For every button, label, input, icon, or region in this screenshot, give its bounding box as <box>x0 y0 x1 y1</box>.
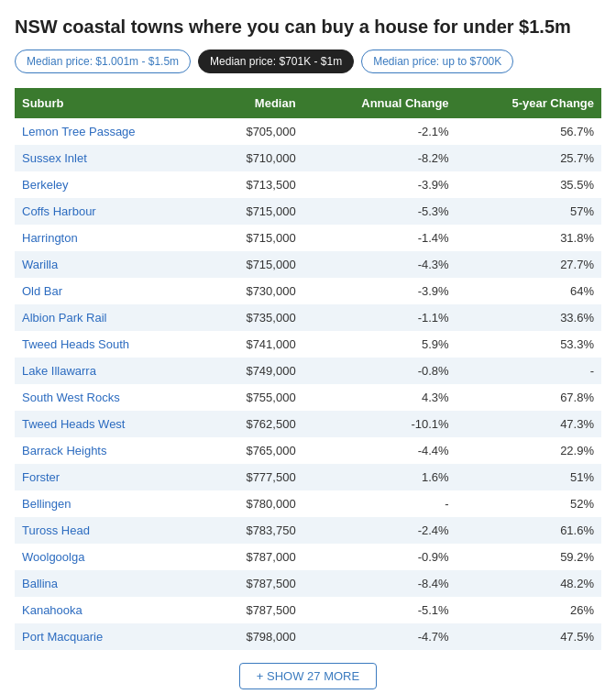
table-cell: $783,750 <box>206 517 302 544</box>
table-cell: $780,000 <box>206 490 302 517</box>
page-title: NSW coastal towns where you can buy a ho… <box>15 15 601 39</box>
table-row: Lake Illawarra$749,000-0.8%- <box>15 358 601 384</box>
table-cell: 47.3% <box>456 411 601 437</box>
table-row: Tweed Heads South$741,0005.9%53.3% <box>15 331 601 358</box>
table-cell: -4.7% <box>303 623 456 650</box>
table-row: Forster$777,5001.6%51% <box>15 464 601 490</box>
table-cell: 33.6% <box>456 304 601 331</box>
table-cell: 27.7% <box>456 251 601 278</box>
table-header-row: Suburb Median Annual Change 5-year Chang… <box>15 88 601 118</box>
table-cell: 31.8% <box>456 225 601 251</box>
table-cell: 57% <box>456 198 601 225</box>
table-cell[interactable]: Barrack Heights <box>15 437 206 464</box>
table-cell[interactable]: Lake Illawarra <box>15 358 206 384</box>
filter-btn-701k-1m[interactable]: Median price: $701K - $1m <box>198 50 354 73</box>
table-cell[interactable]: Tuross Head <box>15 517 206 544</box>
table-row: Sussex Inlet$710,000-8.2%25.7% <box>15 145 601 171</box>
table-cell: 47.5% <box>456 623 601 650</box>
table-cell: $787,500 <box>206 597 302 623</box>
table-cell[interactable]: Sussex Inlet <box>15 145 206 171</box>
table-cell: $749,000 <box>206 358 302 384</box>
table-cell: 48.2% <box>456 570 601 597</box>
table-cell[interactable]: Port Macquarie <box>15 623 206 650</box>
table-row: Kanahooka$787,500-5.1%26% <box>15 597 601 623</box>
table-cell[interactable]: Berkeley <box>15 171 206 198</box>
table-cell[interactable]: Warilla <box>15 251 206 278</box>
table-row: South West Rocks$755,0004.3%67.8% <box>15 384 601 411</box>
table-cell[interactable]: Ballina <box>15 570 206 597</box>
table-cell: 59.2% <box>456 544 601 570</box>
table-cell: $755,000 <box>206 384 302 411</box>
table-cell: 22.9% <box>456 437 601 464</box>
table-cell: $777,500 <box>206 464 302 490</box>
table-cell: 4.3% <box>303 384 456 411</box>
table-cell: -8.2% <box>303 145 456 171</box>
table-cell: -0.8% <box>303 358 456 384</box>
table-row: Ballina$787,500-8.4%48.2% <box>15 570 601 597</box>
table-row: Bellingen$780,000-52% <box>15 490 601 517</box>
table-cell: -1.1% <box>303 304 456 331</box>
table-cell: 53.3% <box>456 331 601 358</box>
show-more-button[interactable]: + SHOW 27 MORE <box>239 663 377 689</box>
table-row: Lemon Tree Passage$705,000-2.1%56.7% <box>15 118 601 145</box>
table-cell: - <box>303 490 456 517</box>
table-cell: $713,500 <box>206 171 302 198</box>
table-cell: $715,000 <box>206 251 302 278</box>
table-cell: -5.1% <box>303 597 456 623</box>
table-cell: $715,000 <box>206 225 302 251</box>
filter-btn-1m-1-5m[interactable]: Median price: $1.001m - $1.5m <box>15 50 191 73</box>
table-cell[interactable]: Bellingen <box>15 490 206 517</box>
col-header-annual-change: Annual Change <box>303 88 456 118</box>
table-cell: - <box>456 358 601 384</box>
table-cell: 35.5% <box>456 171 601 198</box>
table-cell: $787,500 <box>206 570 302 597</box>
table-cell: 5.9% <box>303 331 456 358</box>
table-cell[interactable]: Kanahooka <box>15 597 206 623</box>
table-cell[interactable]: Harrington <box>15 225 206 251</box>
table-row: Barrack Heights$765,000-4.4%22.9% <box>15 437 601 464</box>
table-row: Coffs Harbour$715,000-5.3%57% <box>15 198 601 225</box>
table-cell: -2.1% <box>303 118 456 145</box>
data-table: Suburb Median Annual Change 5-year Chang… <box>15 88 601 650</box>
col-header-suburb: Suburb <box>15 88 206 118</box>
table-cell: -10.1% <box>303 411 456 437</box>
table-cell[interactable]: Old Bar <box>15 278 206 304</box>
table-cell: -3.9% <box>303 278 456 304</box>
table-cell: $735,000 <box>206 304 302 331</box>
table-cell: $715,000 <box>206 198 302 225</box>
table-cell: 56.7% <box>456 118 601 145</box>
table-cell: $710,000 <box>206 145 302 171</box>
table-row: Tweed Heads West$762,500-10.1%47.3% <box>15 411 601 437</box>
table-cell: 67.8% <box>456 384 601 411</box>
filter-btn-700k[interactable]: Median price: up to $700K <box>361 50 513 73</box>
table-cell: $705,000 <box>206 118 302 145</box>
table-row: Albion Park Rail$735,000-1.1%33.6% <box>15 304 601 331</box>
table-cell[interactable]: Tweed Heads South <box>15 331 206 358</box>
table-cell: 61.6% <box>456 517 601 544</box>
filter-row: Median price: $1.001m - $1.5m Median pri… <box>15 50 601 73</box>
table-cell: $798,000 <box>206 623 302 650</box>
table-cell: -2.4% <box>303 517 456 544</box>
table-cell[interactable]: Coffs Harbour <box>15 198 206 225</box>
table-cell[interactable]: South West Rocks <box>15 384 206 411</box>
table-cell: 52% <box>456 490 601 517</box>
table-cell[interactable]: Forster <box>15 464 206 490</box>
table-cell: 26% <box>456 597 601 623</box>
table-cell: 25.7% <box>456 145 601 171</box>
table-row: Port Macquarie$798,000-4.7%47.5% <box>15 623 601 650</box>
table-cell: -1.4% <box>303 225 456 251</box>
table-cell: -4.4% <box>303 437 456 464</box>
table-cell: -8.4% <box>303 570 456 597</box>
table-cell[interactable]: Tweed Heads West <box>15 411 206 437</box>
table-cell: $762,500 <box>206 411 302 437</box>
table-row: Woolgoolga$787,000-0.9%59.2% <box>15 544 601 570</box>
table-cell: $730,000 <box>206 278 302 304</box>
table-row: Harrington$715,000-1.4%31.8% <box>15 225 601 251</box>
table-row: Old Bar$730,000-3.9%64% <box>15 278 601 304</box>
table-cell[interactable]: Lemon Tree Passage <box>15 118 206 145</box>
table-cell[interactable]: Albion Park Rail <box>15 304 206 331</box>
table-row: Berkeley$713,500-3.9%35.5% <box>15 171 601 198</box>
show-more-row: + SHOW 27 MORE <box>15 663 601 689</box>
table-cell: -4.3% <box>303 251 456 278</box>
table-cell[interactable]: Woolgoolga <box>15 544 206 570</box>
